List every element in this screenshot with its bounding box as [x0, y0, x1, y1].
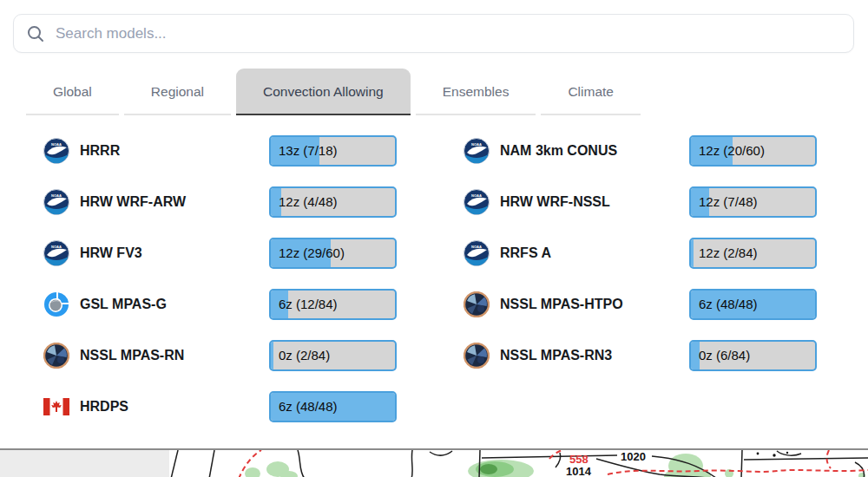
- model-progress-bar[interactable]: 12z (2/84): [689, 238, 817, 269]
- nssl-logo: [464, 291, 490, 317]
- model-progress-bar[interactable]: 12z (20/60): [689, 135, 817, 167]
- model-name: NSSL MPAS-HTPO: [500, 297, 623, 312]
- noaa-logo-icon: NOAA: [43, 138, 69, 164]
- noaa-logo-icon: NOAA: [464, 240, 490, 266]
- model-row-nssl-mpas-htpo[interactable]: NSSL MPAS-HTPO 6z (48/48): [464, 278, 868, 330]
- svg-text:NOAA: NOAA: [51, 193, 62, 197]
- tab-regional[interactable]: Regional: [124, 69, 231, 115]
- nssl-logo: [43, 343, 69, 369]
- model-name: HRDPS: [80, 399, 128, 415]
- progress-run-label: 6z (48/48): [699, 291, 758, 318]
- nssl-logo: [464, 343, 490, 369]
- search-input[interactable]: [56, 25, 841, 42]
- model-name: NSSL MPAS-RN3: [500, 348, 612, 363]
- progress-run-label: 12z (4/48): [279, 188, 338, 216]
- tab-convection-allowing[interactable]: Convection Allowing: [236, 69, 411, 115]
- nssl-logo-icon: [464, 343, 490, 369]
- model-name: GSL MPAS-G: [80, 297, 167, 312]
- gsl-logo-icon: [43, 291, 69, 317]
- model-progress-bar[interactable]: 13z (7/18): [269, 135, 397, 167]
- search-icon: [26, 24, 45, 43]
- model-name: RRFS A: [500, 245, 551, 261]
- model-progress-bar[interactable]: 0z (2/84): [269, 340, 397, 371]
- map-label-1020: 1020: [621, 450, 646, 463]
- model-row-nam-3km-conus[interactable]: NOAA NAM 3km CONUS 12z (20/60): [464, 125, 868, 176]
- svg-text:NOAA: NOAA: [51, 244, 62, 248]
- map-strip: 1020 558 1014: [0, 448, 868, 477]
- noaa-logo: NOAA: [464, 138, 490, 164]
- progress-run-label: 12z (2/84): [699, 239, 758, 267]
- progress-run-label: 6z (12/84): [279, 291, 338, 318]
- model-row-nssl-mpas-rn3[interactable]: NSSL MPAS-RN3 0z (6/84): [464, 330, 868, 381]
- tabs: GlobalRegionalConvection AllowingEnsembl…: [26, 69, 641, 115]
- noaa-logo-icon: NOAA: [43, 240, 69, 266]
- model-progress-bar[interactable]: 12z (4/48): [269, 186, 397, 218]
- progress-fill: [691, 239, 694, 267]
- progress-run-label: 12z (29/60): [279, 239, 345, 267]
- model-row-hrrr[interactable]: NOAA HRRR 13z (7/18): [43, 125, 464, 176]
- model-row-hrw-wrf-nssl[interactable]: NOAA HRW WRF-NSSL 12z (7/48): [464, 176, 868, 227]
- map-gutter: [0, 450, 169, 477]
- tab-global[interactable]: Global: [26, 69, 119, 115]
- model-picker-panel: GlobalRegionalConvection AllowingEnsembl…: [0, 0, 868, 448]
- model-name: HRW FV3: [80, 245, 142, 261]
- progress-run-label: 12z (20/60): [699, 137, 765, 165]
- svg-text:NOAA: NOAA: [471, 141, 482, 146]
- canada-logo: [43, 394, 69, 420]
- svg-text:NOAA: NOAA: [471, 244, 482, 248]
- progress-run-label: 12z (7/48): [699, 188, 758, 216]
- svg-text:NOAA: NOAA: [51, 141, 62, 146]
- map-label-558: 558: [569, 453, 589, 466]
- noaa-logo: NOAA: [43, 189, 69, 215]
- model-row-gsl-mpas-g[interactable]: GSL MPAS-G 6z (12/84): [43, 278, 464, 330]
- model-row-hrdps[interactable]: HRDPS 6z (48/48): [43, 381, 464, 432]
- tab-ensembles[interactable]: Ensembles: [416, 69, 536, 115]
- progress-run-label: 6z (48/48): [279, 393, 338, 421]
- noaa-logo-icon: NOAA: [43, 189, 69, 215]
- noaa-logo: NOAA: [464, 189, 490, 215]
- nssl-logo-icon: [464, 291, 490, 317]
- svg-text:NOAA: NOAA: [471, 193, 482, 197]
- model-row-rrfs-a[interactable]: NOAA RRFS A 12z (2/84): [464, 227, 868, 278]
- model-progress-bar[interactable]: 6z (48/48): [689, 289, 817, 320]
- model-row-nssl-mpas-rn[interactable]: NSSL MPAS-RN 0z (2/84): [43, 330, 464, 381]
- progress-run-label: 13z (7/18): [279, 137, 338, 165]
- model-progress-bar[interactable]: 6z (12/84): [269, 289, 397, 320]
- search-bar: [13, 14, 854, 53]
- model-name: NAM 3km CONUS: [500, 143, 617, 159]
- noaa-logo-icon: NOAA: [464, 189, 490, 215]
- model-progress-bar[interactable]: 12z (29/60): [269, 238, 397, 269]
- model-row-hrw-wrf-arw[interactable]: NOAA HRW WRF-ARW 12z (4/48): [43, 176, 464, 227]
- tab-climate[interactable]: Climate: [541, 69, 641, 115]
- nssl-logo-icon: [43, 343, 69, 369]
- progress-fill: [271, 342, 273, 369]
- weather-map[interactable]: 1020 558 1014: [169, 450, 868, 477]
- canada-flag-icon: [43, 398, 69, 415]
- progress-run-label: 0z (6/84): [699, 342, 750, 369]
- model-name: HRW WRF-ARW: [80, 194, 186, 210]
- noaa-logo: NOAA: [464, 240, 490, 266]
- map-label-1014: 1014: [566, 465, 592, 477]
- model-name: NSSL MPAS-RN: [80, 348, 184, 363]
- noaa-logo-icon: NOAA: [464, 138, 490, 164]
- model-progress-bar[interactable]: 0z (6/84): [689, 340, 817, 371]
- model-progress-bar[interactable]: 12z (7/48): [689, 186, 817, 218]
- noaa-logo: NOAA: [43, 138, 69, 164]
- gsl-logo: [43, 291, 69, 317]
- model-name: HRW WRF-NSSL: [500, 194, 610, 210]
- model-grid: NOAA HRRR 13z (7/18) NOAA NAM 3km CONUS …: [43, 125, 868, 432]
- model-row-hrw-fv3[interactable]: NOAA HRW FV3 12z (29/60): [43, 227, 464, 278]
- noaa-logo: NOAA: [43, 240, 69, 266]
- progress-run-label: 0z (2/84): [279, 342, 330, 369]
- model-name: HRRR: [80, 143, 120, 159]
- model-progress-bar[interactable]: 6z (48/48): [269, 391, 397, 422]
